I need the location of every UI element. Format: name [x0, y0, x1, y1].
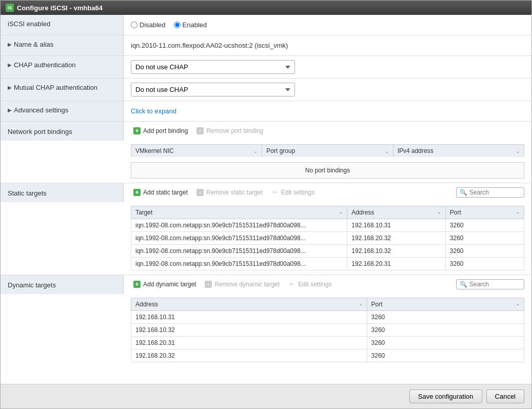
network-bindings-label: Network port bindings: [1, 122, 124, 141]
target-cell: iqn.1992-08.com.netapp:sn.90e9cb71515311…: [131, 219, 347, 232]
table-row[interactable]: iqn.1992-08.com.netapp:sn.90e9cb71515311…: [131, 258, 524, 270]
edit-dynamic-settings-btn[interactable]: ✏ Edit settings: [286, 279, 333, 289]
svg-text:-: -: [207, 281, 209, 288]
svg-text:+: +: [135, 189, 139, 196]
target-cell: iqn.1992-08.com.netapp:sn.90e9cb71515311…: [131, 245, 347, 258]
name-alias-row: ▶ Name & alias iqn.2010-11.com.flexpod:A…: [1, 35, 531, 56]
dyn-port-cell: 3260: [367, 349, 524, 362]
static-search-icon: 🔍: [460, 189, 467, 196]
table-row[interactable]: 192.168.10.31 3260: [131, 311, 524, 324]
chap-content: Do not use CHAP Use CHAP unless prohibit…: [124, 56, 531, 78]
dyn-address-sort-icon: ⌄: [359, 301, 363, 306]
dynamic-targets-table: Address ⌄ Port ⌄ 192.168.10.31 3260 19: [131, 298, 524, 362]
advanced-expand-arrow[interactable]: ▶: [8, 107, 12, 113]
expand-link[interactable]: Click to expand: [131, 107, 176, 115]
name-expand-arrow[interactable]: ▶: [8, 42, 12, 47]
network-bindings-content: + Add port binding - Remove port binding: [124, 122, 531, 183]
dyn-address-col-header[interactable]: Address ⌄: [131, 298, 367, 311]
dyn-address-cell: 192.168.10.32: [131, 324, 367, 337]
chap-expand-arrow[interactable]: ▶: [8, 62, 12, 68]
remove-dynamic-icon: -: [204, 280, 212, 288]
remove-port-binding-btn[interactable]: - Remove port binding: [194, 126, 265, 136]
edit-static-icon: ✏: [271, 188, 279, 197]
remove-dynamic-target-btn[interactable]: - Remove dynamic target: [202, 279, 282, 289]
edit-static-settings-btn[interactable]: ✏ Edit settings: [269, 187, 317, 198]
static-targets-content: + Add static target - Remove static targ…: [124, 183, 531, 275]
svg-text:+: +: [135, 127, 139, 134]
mutual-chap-select[interactable]: Do not use CHAP Use CHAP unless prohibit…: [131, 83, 295, 96]
add-port-icon: +: [133, 127, 141, 135]
network-bindings-row: Network port bindings + Add port binding…: [1, 122, 531, 183]
dyn-port-sort-icon: ⌄: [516, 301, 520, 306]
add-dynamic-icon: +: [133, 280, 141, 288]
ipv4-sort-icon: ⌄: [516, 148, 520, 154]
advanced-settings-label: ▶ Advanced settings: [1, 101, 124, 121]
mutual-chap-label: ▶ Mutual CHAP authentication: [1, 79, 124, 101]
target-sort-icon: ⌄: [339, 209, 343, 215]
mutual-chap-row: ▶ Mutual CHAP authentication Do not use …: [1, 79, 531, 101]
target-cell: iqn.1992-08.com.netapp:sn.90e9cb71515311…: [131, 258, 347, 270]
footer-bar: Save configuration Cancel: [1, 384, 531, 408]
mutual-chap-expand-arrow[interactable]: ▶: [8, 85, 12, 90]
ipv4-header[interactable]: IPv4 address ⌄: [393, 145, 524, 157]
port-group-header[interactable]: Port group ⌄: [262, 145, 393, 157]
dyn-port-cell: 3260: [367, 337, 524, 349]
port-cell: 3260: [445, 245, 524, 258]
advanced-settings-row: ▶ Advanced settings Click to expand: [1, 101, 531, 122]
remove-static-icon: -: [196, 188, 204, 197]
table-row[interactable]: iqn.1992-08.com.netapp:sn.90e9cb71515311…: [131, 232, 524, 245]
table-row[interactable]: 192.168.20.32 3260: [131, 349, 524, 362]
add-dynamic-target-btn[interactable]: + Add dynamic target: [131, 279, 198, 289]
window-title: Configure iSCSI - vmhba64: [17, 4, 103, 12]
add-static-target-btn[interactable]: + Add static target: [131, 187, 190, 198]
static-targets-row: Static targets + Add static target -: [1, 183, 531, 275]
port-sort-icon: ⌄: [516, 209, 520, 215]
port-col-header[interactable]: Port ⌄: [445, 206, 524, 219]
iscsi-enabled-row: iSCSI enabled Disabled Enabled: [1, 15, 531, 35]
iscsi-radio-group: Disabled Enabled: [131, 21, 207, 29]
name-alias-label: ▶ Name & alias: [1, 35, 124, 55]
static-targets-label: Static targets: [1, 183, 124, 202]
remove-static-target-btn[interactable]: - Remove static target: [194, 187, 265, 198]
target-cell: iqn.1992-08.com.netapp:sn.90e9cb71515311…: [131, 232, 347, 245]
dynamic-toolbar: + Add dynamic target - Remove dynamic ta…: [131, 279, 524, 289]
enabled-radio[interactable]: [174, 22, 181, 28]
dynamic-search-input[interactable]: [469, 281, 521, 288]
table-row[interactable]: iqn.1992-08.com.netapp:sn.90e9cb71515311…: [131, 219, 524, 232]
dyn-port-cell: 3260: [367, 311, 524, 324]
vmkernel-sort-icon: ⌄: [253, 148, 258, 154]
static-toolbar: + Add static target - Remove static targ…: [131, 187, 524, 198]
title-bar: iS Configure iSCSI - vmhba64: [1, 1, 531, 15]
static-search-input[interactable]: [469, 189, 521, 196]
chap-select[interactable]: Do not use CHAP Use CHAP unless prohibit…: [131, 60, 295, 74]
content-area: iSCSI enabled Disabled Enabled ▶: [1, 15, 531, 384]
static-search-box: 🔍: [456, 187, 524, 198]
table-row[interactable]: 192.168.20.31 3260: [131, 337, 524, 349]
edit-dynamic-icon: ✏: [288, 280, 296, 288]
dynamic-targets-label: Dynamic targets: [1, 275, 124, 294]
no-port-bindings: No port bindings: [131, 162, 524, 179]
dyn-address-cell: 192.168.10.31: [131, 311, 367, 324]
remove-port-icon: -: [196, 127, 204, 135]
target-col-header[interactable]: Target ⌄: [131, 206, 347, 219]
cancel-btn[interactable]: Cancel: [486, 389, 524, 403]
table-row[interactable]: iqn.1992-08.com.netapp:sn.90e9cb71515311…: [131, 245, 524, 258]
name-alias-content: iqn.2010-11.com.flexpod:AA02-ucshost:2 (…: [124, 35, 531, 55]
save-config-btn[interactable]: Save configuration: [409, 389, 482, 403]
enabled-radio-label[interactable]: Enabled: [174, 21, 207, 29]
address-cell: 192.168.10.32: [347, 245, 446, 258]
port-binding-headers: VMkernel NIC ⌄ Port group ⌄ IPv4 address…: [131, 144, 524, 157]
vmkernel-nic-header[interactable]: VMkernel NIC ⌄: [131, 145, 262, 157]
static-targets-table: Target ⌄ Address ⌄ Port ⌄: [131, 206, 524, 270]
port-cell: 3260: [445, 258, 524, 270]
dyn-port-col-header[interactable]: Port ⌄: [367, 298, 524, 311]
main-window: iS Configure iSCSI - vmhba64 iSCSI enabl…: [0, 0, 532, 409]
disabled-radio-label[interactable]: Disabled: [131, 21, 166, 29]
mutual-chap-content: Do not use CHAP Use CHAP unless prohibit…: [124, 79, 531, 101]
disabled-radio[interactable]: [131, 22, 137, 28]
table-row[interactable]: 192.168.10.32 3260: [131, 324, 524, 337]
address-col-header[interactable]: Address ⌄: [347, 206, 446, 219]
add-port-binding-btn[interactable]: + Add port binding: [131, 126, 190, 136]
svg-text:-: -: [199, 189, 201, 196]
svg-text:-: -: [199, 127, 201, 134]
